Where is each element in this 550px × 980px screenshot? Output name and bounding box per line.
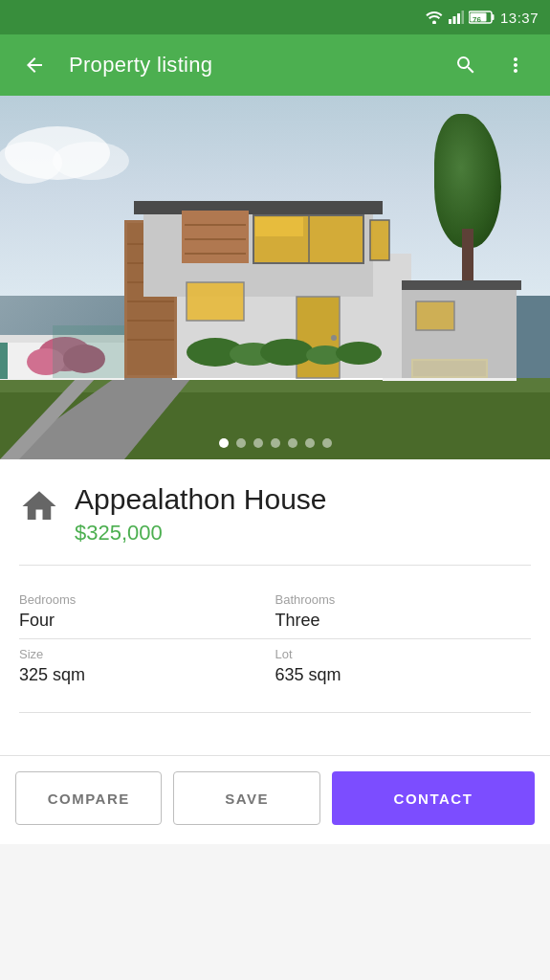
svg-rect-35 — [255, 217, 303, 236]
svg-point-49 — [260, 339, 314, 366]
spec-bathrooms: Bathrooms Three — [275, 585, 532, 639]
property-name-section: Appealathon House $325,000 — [75, 482, 531, 546]
svg-rect-45 — [416, 301, 454, 330]
svg-text:76: 76 — [473, 15, 481, 24]
spec-bedrooms: Bedrooms Four — [19, 585, 275, 639]
divider-2 — [19, 712, 531, 713]
dot-6 — [305, 438, 315, 448]
home-icon — [19, 486, 59, 526]
property-details: Appealathon House $325,000 Bedrooms Four… — [0, 459, 550, 755]
dot-1 — [219, 438, 229, 448]
svg-rect-38 — [187, 282, 244, 321]
toolbar-actions — [447, 46, 535, 84]
lot-value: 635 sqm — [275, 665, 532, 685]
battery-icon: 76 — [469, 11, 495, 24]
dot-3 — [253, 438, 263, 448]
property-price: $325,000 — [75, 521, 531, 546]
size-label: Size — [19, 647, 275, 661]
spec-lot: Lot 635 sqm — [275, 639, 532, 693]
property-image — [0, 96, 550, 459]
status-time: 13:37 — [500, 10, 539, 26]
dot-5 — [288, 438, 297, 448]
svg-point-51 — [336, 342, 382, 365]
wifi-icon — [425, 11, 444, 24]
specs-grid: Bedrooms Four Bathrooms Three Size 325 s… — [19, 585, 531, 693]
dot-2 — [236, 438, 246, 448]
compare-button[interactable]: COMPARE — [15, 771, 162, 825]
dot-4 — [271, 438, 280, 448]
svg-rect-36 — [370, 220, 389, 260]
save-button[interactable]: SAVE — [173, 771, 319, 825]
property-header: Appealathon House $325,000 — [19, 482, 531, 546]
spec-size: Size 325 sqm — [19, 639, 275, 693]
contact-button[interactable]: CONTACT — [332, 771, 535, 825]
status-bar: 76 13:37 — [0, 0, 550, 34]
bathrooms-value: Three — [275, 611, 532, 631]
svg-rect-55 — [0, 343, 8, 379]
svg-rect-56 — [53, 325, 124, 378]
image-dots — [219, 438, 332, 448]
svg-rect-44 — [402, 280, 521, 290]
back-button[interactable] — [15, 46, 54, 84]
action-buttons: COMPARE SAVE CONTACT — [0, 755, 550, 844]
home-icon-wrapper — [19, 486, 59, 526]
search-button[interactable] — [447, 46, 485, 84]
signal-icon — [449, 11, 464, 24]
svg-rect-3 — [461, 11, 464, 24]
svg-rect-28 — [182, 211, 249, 263]
svg-rect-2 — [457, 13, 460, 24]
status-icons: 76 13:37 — [425, 10, 539, 26]
svg-rect-27 — [134, 201, 383, 214]
svg-rect-0 — [449, 19, 451, 24]
bedrooms-value: Four — [19, 611, 275, 631]
bathrooms-label: Bathrooms — [275, 592, 532, 607]
bedrooms-label: Bedrooms — [19, 592, 275, 607]
property-scene — [0, 96, 550, 459]
svg-rect-1 — [452, 16, 455, 24]
size-value: 325 sqm — [19, 665, 275, 685]
property-name: Appealathon House — [75, 482, 531, 517]
divider-1 — [19, 565, 531, 566]
more-options-button[interactable] — [496, 46, 535, 84]
svg-point-61 — [53, 142, 129, 180]
svg-rect-5 — [492, 14, 495, 20]
svg-point-42 — [331, 335, 337, 341]
page-title: Property listing — [69, 53, 431, 78]
svg-rect-58 — [413, 361, 486, 376]
toolbar: Property listing — [0, 34, 550, 96]
house-svg — [0, 96, 550, 459]
dot-7 — [322, 438, 332, 448]
lot-label: Lot — [275, 647, 532, 661]
